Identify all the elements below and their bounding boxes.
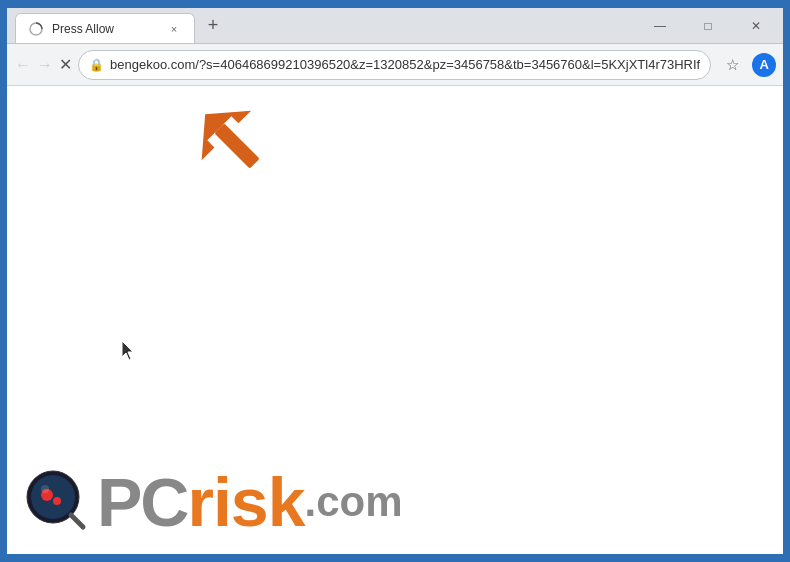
dotcom-text: .com <box>304 478 402 526</box>
svg-line-8 <box>71 515 83 527</box>
window-controls: — □ ✕ <box>637 8 783 43</box>
new-tab-button[interactable]: + <box>199 11 227 39</box>
avatar: A <box>752 53 776 77</box>
pcrisk-logo: PC risk .com <box>97 468 403 536</box>
svg-point-9 <box>41 485 49 493</box>
svg-point-5 <box>31 475 75 519</box>
orange-arrow <box>192 101 282 195</box>
browser-window: Press Allow × + — □ ✕ ← → ✕ 🔒 bengekoo.c… <box>5 6 785 556</box>
toolbar-icons: ☆ A ⋮ <box>717 50 790 80</box>
tab-close-button[interactable]: × <box>166 21 182 37</box>
bookmark-button[interactable]: ☆ <box>717 50 747 80</box>
toolbar: ← → ✕ 🔒 bengekoo.com/?s=4064686992103965… <box>7 44 783 86</box>
watermark: PC risk .com <box>25 468 403 536</box>
svg-point-7 <box>53 497 61 505</box>
menu-button[interactable]: ⋮ <box>781 50 790 80</box>
minimize-button[interactable]: — <box>637 10 683 42</box>
svg-marker-3 <box>122 341 133 360</box>
avatar-initial: A <box>759 57 768 72</box>
page-content: PC risk .com <box>7 86 783 554</box>
pc-text: PC <box>97 468 187 536</box>
reload-button[interactable]: ✕ <box>59 49 72 81</box>
close-button[interactable]: ✕ <box>733 10 779 42</box>
active-tab[interactable]: Press Allow × <box>15 13 195 43</box>
svg-rect-1 <box>214 123 259 168</box>
security-icon: 🔒 <box>89 58 104 72</box>
url-text: bengekoo.com/?s=406468699210396520&z=132… <box>110 57 700 72</box>
tab-favicon <box>28 21 44 37</box>
mouse-cursor <box>122 341 138 366</box>
tab-area: Press Allow × + <box>7 8 637 43</box>
title-bar: Press Allow × + — □ ✕ <box>7 8 783 44</box>
profile-button[interactable]: A <box>749 50 779 80</box>
address-bar[interactable]: 🔒 bengekoo.com/?s=406468699210396520&z=1… <box>78 50 711 80</box>
forward-button[interactable]: → <box>37 49 53 81</box>
magnifier-logo <box>25 469 87 535</box>
back-button[interactable]: ← <box>15 49 31 81</box>
tab-title: Press Allow <box>52 22 158 36</box>
maximize-button[interactable]: □ <box>685 10 731 42</box>
risk-text: risk <box>187 468 304 536</box>
